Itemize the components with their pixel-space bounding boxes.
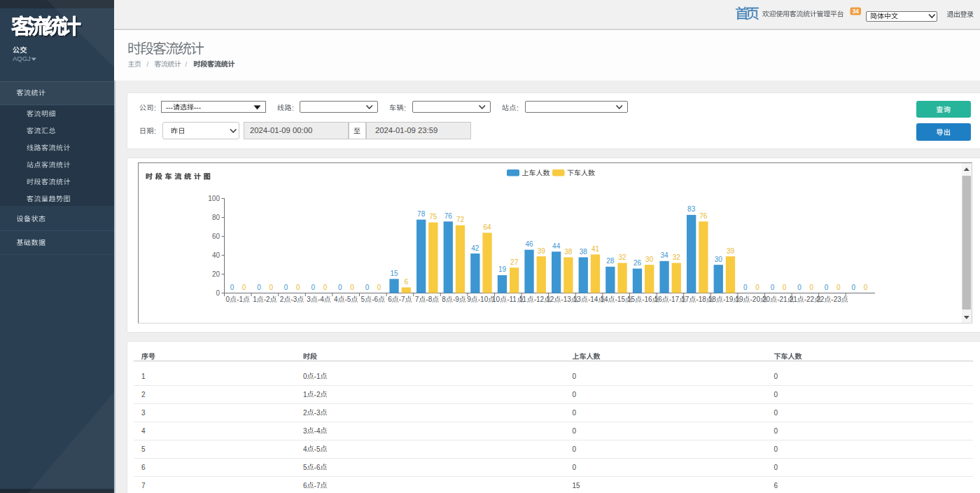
svg-text:0: 0: [783, 284, 787, 291]
svg-text:2: 2: [141, 391, 146, 398]
svg-text:4: 4: [141, 427, 146, 435]
svg-text:22: 22: [816, 296, 825, 303]
svg-text:0: 0: [797, 284, 802, 291]
svg-text:0: 0: [338, 284, 342, 291]
svg-text:0: 0: [809, 284, 813, 291]
svg-text:0: 0: [774, 464, 778, 471]
svg-text:0: 0: [743, 284, 748, 291]
svg-text:6: 6: [141, 464, 146, 471]
svg-text:-11: -11: [507, 296, 517, 303]
svg-text:100: 100: [208, 195, 220, 202]
svg-text:38: 38: [580, 248, 588, 256]
svg-text:0: 0: [257, 284, 261, 291]
svg-text:28: 28: [606, 257, 615, 265]
svg-text:4: 4: [334, 296, 338, 303]
svg-text:AQGJ: AQGJ: [13, 55, 31, 62]
svg-text:27: 27: [510, 258, 519, 266]
svg-text:-19: -19: [723, 296, 734, 303]
svg-text:5: 5: [141, 445, 146, 453]
svg-text:-8: -8: [426, 296, 432, 303]
svg-text:-7: -7: [399, 296, 405, 303]
svg-text:-7: -7: [314, 482, 321, 489]
svg-text:-1: -1: [237, 296, 243, 303]
svg-text:72: 72: [456, 216, 465, 223]
svg-text:-16: -16: [642, 296, 652, 303]
svg-text:-13: -13: [561, 296, 571, 303]
svg-text:2: 2: [280, 296, 284, 303]
svg-text:0: 0: [836, 284, 841, 291]
svg-text:19: 19: [735, 296, 743, 303]
svg-text:0: 0: [774, 445, 778, 453]
svg-text:0: 0: [377, 284, 382, 291]
svg-text::: :: [517, 104, 519, 112]
svg-text:-22: -22: [804, 296, 815, 303]
svg-text:0: 0: [242, 284, 246, 291]
svg-text:0: 0: [296, 284, 300, 291]
svg-text:-1: -1: [314, 373, 321, 380]
svg-text:0: 0: [350, 284, 354, 291]
svg-text:32: 32: [618, 254, 626, 261]
svg-text:15: 15: [627, 296, 636, 303]
svg-text:---: ---: [194, 104, 201, 111]
svg-text:0: 0: [825, 284, 829, 291]
svg-text:-15: -15: [615, 296, 626, 303]
svg-text::: :: [154, 127, 156, 135]
svg-text:-23: -23: [831, 296, 841, 303]
svg-text:17: 17: [681, 296, 690, 303]
svg-text:75: 75: [429, 213, 438, 221]
svg-text:15: 15: [390, 270, 398, 277]
svg-text:2024-01-09 23:59: 2024-01-09 23:59: [375, 126, 438, 134]
svg-text:4: 4: [303, 445, 307, 453]
svg-text:-4: -4: [314, 427, 321, 435]
svg-text:9: 9: [467, 296, 471, 303]
svg-text:78: 78: [417, 210, 426, 218]
svg-text:64: 64: [483, 223, 491, 231]
svg-text:-2: -2: [314, 391, 321, 398]
svg-text:0: 0: [573, 409, 577, 417]
svg-text:/: /: [147, 60, 149, 68]
svg-text:21: 21: [790, 296, 798, 303]
svg-text:14: 14: [600, 296, 608, 303]
svg-text:0: 0: [284, 284, 288, 291]
svg-text:0: 0: [851, 284, 855, 291]
svg-text:-17: -17: [669, 296, 680, 303]
svg-text:26: 26: [634, 259, 642, 267]
svg-text:18: 18: [708, 296, 717, 303]
svg-text:0: 0: [226, 296, 230, 303]
svg-text:-14: -14: [588, 296, 598, 303]
svg-text:0: 0: [774, 409, 778, 417]
svg-text:---: ---: [166, 104, 173, 111]
svg-text:-18: -18: [696, 296, 706, 303]
svg-text:16: 16: [654, 296, 663, 303]
svg-text:5: 5: [361, 296, 365, 303]
svg-text:5: 5: [303, 464, 307, 471]
svg-text:-9: -9: [453, 296, 459, 303]
svg-text:0: 0: [774, 391, 778, 398]
svg-text:3: 3: [141, 409, 146, 417]
svg-text:-21: -21: [777, 296, 788, 303]
svg-text:0: 0: [311, 284, 315, 291]
svg-text:0: 0: [573, 427, 577, 435]
svg-text:8: 8: [442, 296, 446, 303]
svg-text:0: 0: [365, 284, 370, 291]
svg-text:6: 6: [404, 278, 408, 286]
svg-text:38: 38: [564, 248, 573, 256]
svg-text:2: 2: [303, 409, 307, 417]
svg-text:0: 0: [303, 373, 307, 380]
svg-text:0: 0: [755, 284, 760, 291]
svg-text:76: 76: [444, 212, 453, 220]
svg-text:41: 41: [592, 245, 600, 253]
svg-text:39: 39: [538, 247, 546, 255]
svg-text:32: 32: [673, 254, 681, 261]
svg-text:46: 46: [525, 240, 533, 248]
svg-text:0: 0: [573, 464, 577, 471]
svg-text:-6: -6: [372, 296, 378, 303]
svg-text:3: 3: [307, 296, 311, 303]
svg-text:-20: -20: [750, 296, 761, 303]
svg-text:-5: -5: [314, 445, 321, 453]
svg-text:0: 0: [269, 284, 273, 291]
svg-text:40: 40: [212, 251, 220, 259]
svg-text::: :: [404, 104, 406, 112]
svg-text:10: 10: [492, 296, 500, 303]
svg-text:44: 44: [552, 242, 561, 250]
